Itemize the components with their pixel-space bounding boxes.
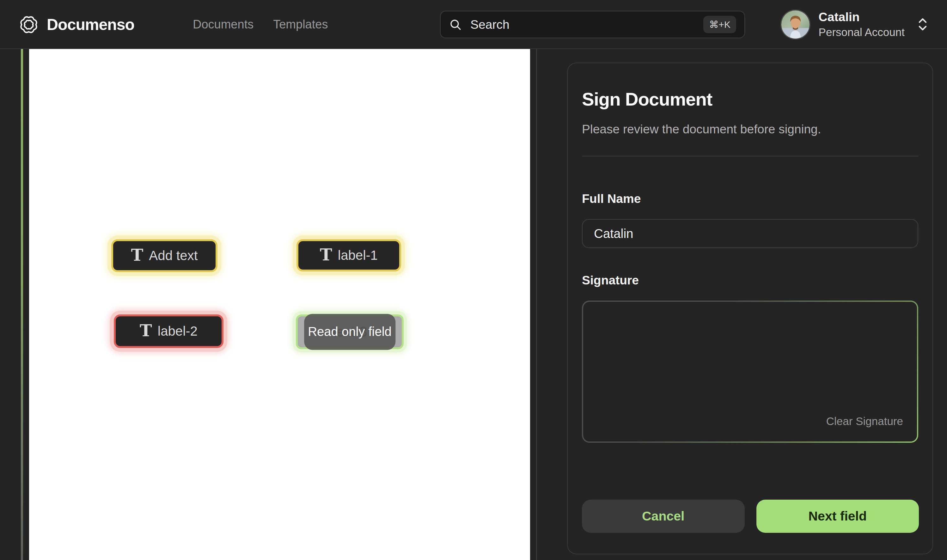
app-root: Documenso Documents Templates Search ⌘+K [0, 0, 947, 560]
nav-links: Documents Templates [193, 0, 328, 49]
signing-field-label-2[interactable]: T label-2 [114, 314, 223, 348]
clear-signature-button[interactable]: Clear Signature [826, 415, 903, 428]
signature-label: Signature [582, 273, 918, 287]
read-only-tooltip: Read only field [304, 314, 396, 350]
nav-link-templates[interactable]: Templates [273, 18, 328, 31]
signing-field-add-text[interactable]: T Add text [111, 239, 217, 272]
search-input[interactable]: Search ⌘+K [440, 11, 745, 38]
panel-divider [582, 156, 918, 157]
documenso-logo-icon [18, 14, 39, 35]
signature-pad[interactable]: Clear Signature [582, 300, 918, 443]
nav-link-documents[interactable]: Documents [193, 18, 254, 31]
content-divider [536, 49, 537, 560]
panel-title: Sign Document [582, 88, 918, 110]
account-menu-button[interactable]: Catalin Personal Account [781, 4, 928, 45]
next-field-button[interactable]: Next field [756, 500, 919, 533]
panel-actions: Cancel Next field [582, 500, 919, 533]
main-area: T Add text T label-1 T label-2 text-3 Re… [0, 49, 947, 560]
text-type-icon: T [140, 322, 152, 339]
signing-field-label-1[interactable]: T label-1 [297, 239, 401, 271]
account-type: Personal Account [819, 26, 905, 38]
field-label: label-2 [158, 324, 197, 339]
full-name-input[interactable] [582, 219, 918, 248]
text-type-icon: T [131, 247, 143, 263]
search-shortcut-badge: ⌘+K [703, 16, 736, 33]
panel-subtitle: Please review the document before signin… [582, 122, 918, 136]
account-name: Catalin [819, 10, 905, 24]
document-page: T Add text T label-1 T label-2 text-3 Re… [29, 49, 530, 560]
field-label: label-1 [338, 248, 378, 263]
full-name-label: Full Name [582, 192, 918, 206]
text-type-icon: T [320, 246, 332, 263]
brand-name: Documenso [47, 15, 134, 34]
search-icon [449, 18, 462, 31]
sign-document-panel: Sign Document Please review the document… [567, 63, 933, 554]
chevron-up-down-icon [917, 17, 928, 31]
navbar: Documenso Documents Templates Search ⌘+K [0, 0, 947, 49]
search-placeholder: Search [470, 18, 703, 32]
avatar [781, 9, 810, 40]
field-label: Add text [149, 248, 197, 263]
cancel-button[interactable]: Cancel [582, 500, 745, 533]
document-progress-rail [21, 49, 23, 560]
brand[interactable]: Documenso [18, 0, 134, 49]
signing-field-read-only[interactable]: text-3 Read only field [296, 314, 403, 349]
